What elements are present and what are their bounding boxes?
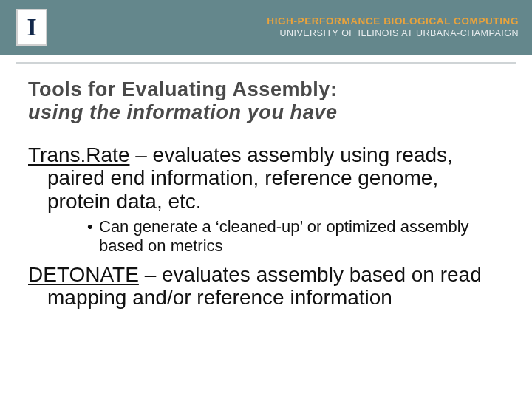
entry-transrate: Trans.Rate – evaluates assembly using re… [28, 143, 504, 213]
header-text-block: HIGH-PERFORMANCE BIOLOGICAL COMPUTING UN… [267, 16, 519, 40]
illinois-logo: I [16, 9, 47, 46]
title-line2: using the information you have [28, 101, 504, 124]
header-org-line1: HIGH-PERFORMANCE BIOLOGICAL COMPUTING [267, 16, 519, 28]
title-line1: Tools for Evaluating Assembly: [28, 78, 338, 100]
entry-transrate-sub: •Can generate a ‘cleaned-up’ or optimize… [28, 217, 504, 256]
detonate-link[interactable]: DETONATE [28, 263, 139, 286]
transrate-sub-text: Can generate a ‘cleaned-up’ or optimized… [99, 217, 469, 255]
header-org-line2: UNIVERSITY OF ILLINOIS AT URBANA-CHAMPAI… [267, 28, 519, 40]
slide-content: Tools for Evaluating Assembly: using the… [0, 64, 532, 310]
bullet-icon: • [87, 217, 99, 236]
slide-title: Tools for Evaluating Assembly: using the… [28, 78, 504, 124]
header-band: I HIGH-PERFORMANCE BIOLOGICAL COMPUTING … [0, 0, 532, 55]
body-block: Trans.Rate – evaluates assembly using re… [28, 143, 504, 310]
transrate-link[interactable]: Trans.Rate [28, 143, 129, 166]
logo-letter: I [27, 13, 36, 41]
entry-detonate: DETONATE – evaluates assembly based on r… [28, 263, 504, 310]
